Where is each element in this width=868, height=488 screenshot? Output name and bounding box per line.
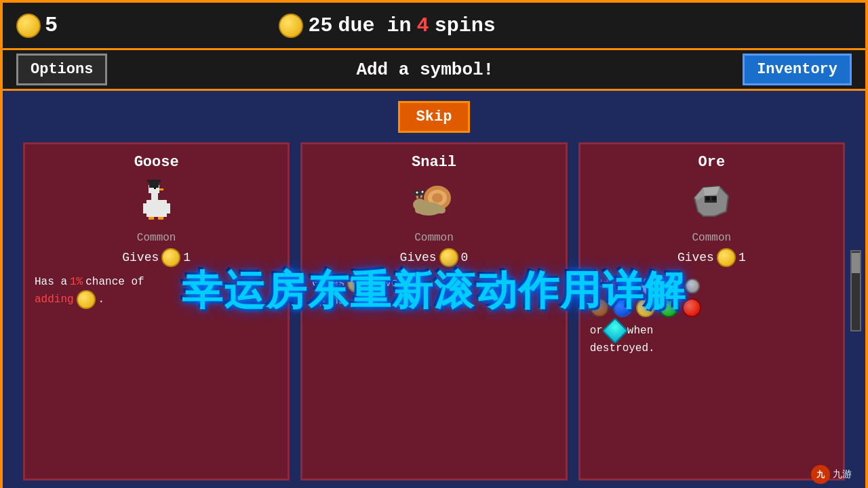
- cards-row: Goose: [23, 142, 845, 481]
- top-bar: 5 25 due in 4 spins: [3, 3, 865, 50]
- goose-card[interactable]: Goose: [23, 142, 290, 481]
- svg-point-13: [432, 193, 443, 203]
- snail-title: Snail: [412, 154, 456, 171]
- due-label: due in: [338, 14, 412, 37]
- goose-pct: 1%: [70, 274, 83, 290]
- ore-gives-amount: 1: [738, 251, 746, 264]
- snail-suffix: spins.: [312, 293, 351, 309]
- snail-desc: Gives 5 every 4 spins.: [312, 274, 555, 309]
- goose-rarity: Common: [137, 232, 176, 244]
- snail-desc-gives: Gives: [312, 275, 344, 291]
- goose-desc-2: chance of: [85, 274, 144, 290]
- goose-desc-suffix: .: [98, 291, 105, 308]
- svg-rect-8: [159, 188, 163, 190]
- ore-rarity: Common: [692, 232, 732, 244]
- goose-gives-amount: 1: [183, 251, 191, 264]
- watermark-text: 九游: [833, 468, 852, 481]
- ore-or: or: [590, 323, 603, 339]
- snail-sprite: [410, 178, 458, 225]
- ore-title: Ore: [698, 154, 726, 171]
- ore-gives-prefix: Gives: [677, 251, 714, 264]
- svg-rect-7: [154, 187, 156, 189]
- snail-spins: 4: [414, 275, 420, 291]
- ore-coin-icon: [717, 248, 736, 267]
- gem-brown: [590, 298, 609, 317]
- watermark: 九 九游: [811, 465, 852, 484]
- gem-white: [642, 277, 660, 296]
- ore-gems-bottom: [590, 298, 833, 317]
- coin-icon-current: [16, 14, 41, 38]
- svg-rect-5: [147, 180, 161, 182]
- due-display: 25 due in 4 spins: [279, 14, 496, 38]
- scroll-thumb: [852, 253, 860, 273]
- ore-when: when: [627, 323, 653, 339]
- ore-desc: Adds: [590, 274, 833, 357]
- snail-coin-icon: [439, 248, 458, 267]
- action-title: Add a symbol!: [356, 60, 494, 80]
- goose-coin-icon: [161, 248, 180, 267]
- ore-card[interactable]: Ore Commo: [578, 142, 845, 481]
- snail-rarity: Common: [414, 232, 454, 244]
- skip-button[interactable]: Skip: [398, 101, 471, 133]
- goose-coin-icon2: [77, 290, 96, 309]
- snail-card[interactable]: Snail: [300, 142, 567, 481]
- spins-left: 4: [417, 14, 429, 37]
- options-button[interactable]: Options: [16, 54, 107, 85]
- svg-point-28: [706, 197, 710, 201]
- svg-point-16: [413, 199, 427, 211]
- inventory-button[interactable]: Inventory: [743, 54, 852, 85]
- scroll-indicator[interactable]: [850, 250, 861, 331]
- goose-desc-3: adding: [35, 291, 74, 308]
- snail-gives: Gives 0: [400, 248, 469, 267]
- ore-sprite: [688, 178, 735, 225]
- due-coins-value: 25: [309, 14, 333, 37]
- ore-destroyed: destroyed.: [590, 340, 655, 357]
- goose-sprite: [133, 178, 180, 225]
- ore-adds: Adds: [590, 277, 616, 293]
- snail-coin2: [347, 274, 366, 293]
- gem-red: [682, 298, 701, 317]
- goose-gives-prefix: Gives: [122, 251, 159, 264]
- svg-point-29: [712, 197, 716, 201]
- gem-green: [659, 298, 678, 317]
- snail-amount: 5: [369, 275, 376, 291]
- svg-rect-6: [149, 182, 159, 188]
- goose-desc-1: Has a: [35, 274, 67, 290]
- gem-purple: [618, 277, 637, 296]
- snail-gives-amount: 0: [461, 251, 469, 264]
- current-coins-value: 5: [45, 13, 58, 38]
- svg-point-22: [422, 190, 424, 192]
- gem-feather: [663, 276, 682, 296]
- action-bar: Options Add a symbol! Inventory: [3, 50, 865, 91]
- snail-gives-prefix: Gives: [400, 251, 437, 264]
- spins-label: spins: [435, 14, 496, 37]
- goose-desc: Has a 1% chance of adding .: [35, 274, 278, 309]
- goose-gives: Gives 1: [122, 248, 191, 267]
- main-area: Skip Goose: [3, 91, 865, 488]
- svg-rect-10: [158, 217, 163, 220]
- svg-rect-1: [143, 203, 150, 214]
- gem-blue: [613, 298, 632, 317]
- snail-every: every: [378, 275, 411, 291]
- ore-gems-top: [618, 277, 700, 296]
- goose-title: Goose: [134, 154, 179, 171]
- current-coins: 5: [16, 13, 58, 38]
- gem-gray: [685, 279, 700, 293]
- svg-rect-2: [163, 203, 170, 214]
- coin-icon-due: [279, 14, 303, 38]
- game-container: 5 25 due in 4 spins Options Add a symbol…: [0, 0, 868, 488]
- svg-point-21: [416, 191, 418, 193]
- ore-gives: Gives 1: [677, 248, 746, 267]
- watermark-icon: 九: [811, 465, 830, 484]
- gem-gold-ore: [636, 298, 655, 317]
- svg-rect-9: [149, 217, 154, 220]
